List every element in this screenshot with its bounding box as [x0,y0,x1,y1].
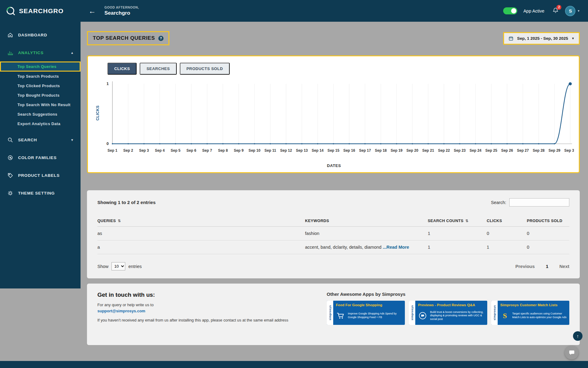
back-arrow-icon[interactable]: ← [89,7,96,15]
sidebar-item-top-search-products[interactable]: Top Search Products [0,72,81,81]
column-queries[interactable]: QUERIES⇅ [97,215,305,227]
cell-search-counts: 1 [428,240,487,254]
cell-clicks: 1 [487,240,527,254]
help-icon[interactable]: ? [158,36,164,41]
chart-tabs: CLICKS SEARCHES PRODUCTS SOLD [107,63,574,75]
sidebar-item-search[interactable]: SEARCH ▾ [0,131,81,149]
main-content: TOP SEARCH QUERIES ? Sep, 1 2025 - Sep, … [81,22,588,345]
app-root: { "colors": { "sidebar_navy": "#0e3a52",… [0,0,588,368]
sidebar-item-search-suggestions[interactable]: Search Suggestions [0,110,81,119]
search-icon [7,137,13,143]
sidebar-item-export-analytics-data[interactable]: Export Analytics Data [0,119,81,128]
sidebar-item-theme-setting[interactable]: THEME SETTING [0,184,81,202]
simprosys-s-logo-icon: S [500,312,510,320]
table-row: aaccent, band, dclarity, details, diamon… [97,240,569,254]
tab-clicks[interactable]: CLICKS [107,63,137,75]
svg-text:Sep 18: Sep 18 [375,148,387,153]
sidebar-item-analytics[interactable]: ANALYTICS ▴ [0,44,81,61]
svg-text:Sep 22: Sep 22 [438,148,450,153]
sidebar-item-color-families[interactable]: COLOR FAMILIES [0,149,81,166]
svg-text:Sep 16: Sep 16 [343,148,355,153]
cell-keywords: accent, band, dclarity, details, diamond… [305,240,428,254]
home-icon [7,32,13,38]
table-row: asfashion100 [97,227,569,240]
svg-text:Sep 11: Sep 11 [265,148,276,153]
date-range-text: Sep, 1 2025 - Sep, 30 2025 [517,36,568,41]
chevron-down-icon: ▾ [71,138,73,142]
svg-text:Sep 26: Sep 26 [501,148,513,153]
logo[interactable]: SEARCHGRO [0,0,81,22]
svg-text:Sep 19: Sep 19 [391,148,403,153]
other-apps-title: Other Awesome Apps by Simprosys [327,292,569,297]
svg-text:Sep 5: Sep 5 [171,148,180,153]
svg-text:Sep 29: Sep 29 [548,148,560,153]
tab-products-sold[interactable]: PRODUCTS SOLD [180,63,230,75]
app-card-description: Build trust & boost conversions by colle… [430,310,484,321]
svg-text:Sep 7: Sep 7 [202,148,212,153]
account-menu[interactable]: S ▾ [565,6,579,16]
svg-text:Sep 23: Sep 23 [454,148,466,153]
previous-page-button[interactable]: Previous [515,264,535,269]
sidebar-item-label: THEME SETTING [18,191,55,195]
simprosys-brand-strip: simprosys [491,301,498,325]
queries-table-body: asfashion100aaccent, band, dclarity, det… [97,227,569,254]
queries-table-card: Showing 1 to 2 of 2 entries Search: QUER… [87,190,580,278]
notifications-button[interactable]: 2 [552,7,559,15]
page-size-control: Show 10 entries [97,262,142,270]
sidebar-item-label: COLOR FAMILIES [18,155,57,160]
svg-text:Sep 6: Sep 6 [187,148,196,153]
read-more-link[interactable]: ...Read More [383,245,409,250]
sidebar-item-top-search-queries[interactable]: Top Search Queries [0,61,81,72]
app-card-customer-match-lists[interactable]: simprosys Simprosys Customer Match Lists… [491,301,569,325]
svg-text:Sep 17: Sep 17 [359,148,371,153]
app-card-description: Target specific audiences using Customer… [512,312,567,319]
sidebar-item-dashboard[interactable]: DASHBOARD [0,26,81,44]
cell-clicks: 0 [487,227,527,240]
cell-query: as [97,227,305,240]
app-card-title: Previews - Product Reviews Q&A [418,303,484,307]
contact-line2: If you haven't received any email from u… [97,318,315,322]
queries-table: QUERIES⇅ KEYWORDS SEARCH COUNTS⇅ CLICKS … [97,215,569,254]
app-card-title: Simprosys Customer Match Lists [500,303,567,307]
sidebar-item-top-clicked-products[interactable]: Top Clicked Products [0,81,81,91]
bottom-bar [0,361,588,368]
top-bar: ← GOOD AFTERNOON, Searchgro App Active 2… [81,0,588,22]
sort-icon[interactable]: ⇅ [118,219,121,223]
next-page-button[interactable]: Next [559,264,569,269]
clicks-line-chart: 10Sep 1Sep 2Sep 3Sep 4Sep 5Sep 6Sep 7Sep… [101,80,574,157]
date-range-picker[interactable]: Sep, 1 2025 - Sep, 30 2025 ▼ [503,32,580,45]
cell-keywords: fashion [305,227,428,240]
sidebar-item-product-labels[interactable]: PRODUCT LABELS [0,166,81,184]
y-axis-label: CLICKS [94,80,101,157]
scroll-to-top-button[interactable]: ↑ [573,331,582,341]
sort-icon[interactable]: ⇅ [466,219,469,223]
tab-searches[interactable]: SEARCHES [140,63,176,75]
simprosys-brand-strip: simprosys [327,301,333,325]
app-active-toggle[interactable] [503,7,517,14]
app-cards-row: simprosys Feed For Google Shopping Impro… [327,301,569,325]
search-input[interactable] [509,198,569,206]
svg-text:Sep 8: Sep 8 [218,148,228,153]
app-card-feed-for-google-shopping[interactable]: simprosys Feed For Google Shopping Impro… [327,301,405,325]
current-page-number[interactable]: 1 [546,264,548,269]
app-active-label: App Active [523,9,545,13]
sidebar-item-top-bought-products[interactable]: Top Bought Products [0,91,81,100]
avatar: S [565,6,575,16]
chevron-down-icon: ▾ [578,9,579,13]
app-card-product-reviews[interactable]: simprosys Previews - Product Reviews Q&A… [409,301,487,325]
column-search-counts[interactable]: SEARCH COUNTS⇅ [428,215,487,227]
chevron-up-icon: ▴ [71,51,73,55]
table-header-row: QUERIES⇅ KEYWORDS SEARCH COUNTS⇅ CLICKS … [97,215,569,227]
logo-icon [6,6,16,16]
chart-card: CLICKS SEARCHES PRODUCTS SOLD CLICKS 10S… [87,55,580,173]
x-axis-label: DATES [94,163,574,168]
svg-text:Sep 2: Sep 2 [123,148,133,153]
svg-text:1: 1 [107,81,109,86]
sidebar-item-top-search-with-no-result[interactable]: Top Search With No Result [0,100,81,110]
contact-section: Get in touch with us: For any query or h… [97,292,315,337]
chat-widget-button[interactable] [565,346,579,359]
entries-label: entries [128,264,142,269]
support-email-link[interactable]: support@simprosys.com [97,309,145,313]
page-size-select[interactable]: 10 [111,262,125,270]
app-card-title: Feed For Google Shopping [336,303,402,307]
